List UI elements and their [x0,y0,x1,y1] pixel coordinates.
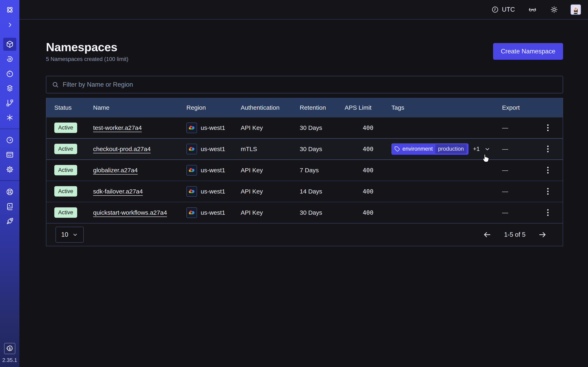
gcp-cloud-icon [186,186,197,197]
page-size-select[interactable]: 10 [56,227,84,243]
accessibility-button[interactable] [528,6,536,14]
status-badge: Active [54,123,77,133]
pagination-range: 1-5 of 5 [504,231,526,238]
sidebar-item-asterisk[interactable] [3,111,16,124]
row-menu-button[interactable] [544,165,552,175]
git-branch-icon [6,99,14,107]
table-row: Active sdk-failover.a27a4 us-west1 API K… [46,181,563,202]
namespace-link[interactable]: test-worker.a27a4 [93,124,142,131]
topbar: UTC [19,0,588,20]
sidebar-item-settings[interactable] [3,163,16,176]
tag-more-count: +1 [473,146,480,152]
col-tags: Tags [383,104,494,111]
page-title: Namespaces [46,40,129,54]
namespace-link[interactable]: checkout-prod.a27a4 [93,146,151,152]
namespace-link[interactable]: globalizer.a27a4 [93,167,138,174]
sidebar-item-namespaces[interactable] [3,38,16,51]
region-label: us-west1 [201,188,225,195]
col-export: Export [494,104,533,111]
tag-icon [394,146,400,152]
namespace-link[interactable]: quickstart-workflows.a27a4 [93,209,167,216]
filter-input[interactable] [63,81,563,88]
badge-dollar-icon: $ [6,345,14,352]
clock-icon [491,6,499,13]
tag-pill[interactable]: environment production [391,143,468,155]
sidebar-item-get-started[interactable] [3,215,16,228]
col-name: Name [85,104,178,111]
namespace-count: 5 Namespaces created (100 limit) [46,56,129,62]
aps-limit-value: 400 [337,124,383,131]
svg-text:$: $ [9,347,11,350]
namespaces-table: Status Name Region Authentication Retent… [46,98,563,246]
row-menu-button[interactable] [544,122,552,133]
tags-expand-button[interactable] [484,146,490,152]
billing-card-icon [6,151,14,159]
auth-value: API Key [233,188,292,195]
retention-value: 7 Days [292,167,337,174]
sidebar-expand-button[interactable] [3,18,16,31]
aps-limit-value: 400 [337,188,383,195]
next-page-button[interactable] [538,230,547,239]
auth-value: API Key [233,167,292,174]
chevron-down-icon [484,146,490,152]
tag-key: environment [402,146,433,152]
sidebar: $ 2.35.1 [0,0,19,367]
status-badge: Active [54,144,77,154]
layers-icon [6,84,14,92]
retention-value: 30 Days [292,124,337,131]
row-menu-button[interactable] [544,143,552,154]
filter-bar [46,76,563,93]
sidebar-item-support[interactable] [3,185,16,198]
aps-limit-value: 400 [337,167,383,174]
billing-badge-button[interactable]: $ [4,343,15,354]
user-avatar[interactable] [571,4,581,15]
temporal-logo [3,3,16,16]
create-namespace-button[interactable]: Create Namespace [493,43,563,60]
status-badge: Active [54,165,77,175]
gcp-cloud-icon [186,144,197,154]
table-row: Active quickstart-workflows.a27a4 us-wes… [46,202,563,223]
retention-value: 30 Days [292,146,337,152]
rocket-icon [6,217,14,225]
sidebar-item-timer[interactable] [3,67,16,80]
arrow-right-icon [538,230,547,239]
main-content: Namespaces 5 Namespaces created (100 lim… [19,20,588,367]
namespace-link[interactable]: sdk-failover.a27a4 [93,188,143,195]
region-label: us-west1 [201,209,225,216]
timezone-button[interactable]: UTC [491,6,515,13]
export-value: — [494,167,533,174]
theme-toggle-button[interactable] [550,6,558,14]
chevron-down-icon [72,232,78,238]
lifebuoy-icon [6,188,14,196]
timer-icon [6,69,14,78]
sidebar-item-branch[interactable] [3,96,16,109]
sidebar-item-layers[interactable] [3,82,16,95]
table-row: Active test-worker.a27a4 us-west1 API Ke… [46,117,563,138]
row-menu-button[interactable] [544,186,552,197]
row-menu-button[interactable] [544,207,552,218]
table-footer: 10 1-5 of 5 [46,223,563,246]
sun-icon [550,6,558,14]
auth-value: API Key [233,209,292,216]
sidebar-item-docs[interactable] [3,200,16,213]
sidebar-item-billing[interactable] [3,148,16,161]
gauge-icon [6,136,14,144]
status-badge: Active [54,207,77,218]
aps-limit-value: 400 [337,209,383,216]
rings-icon [6,55,14,63]
col-aps-limit: APS Limit [337,104,383,111]
region-label: us-west1 [201,124,225,131]
retention-value: 30 Days [292,209,337,216]
prev-page-button[interactable] [483,230,492,239]
sidebar-item-usage[interactable] [3,133,16,147]
sidebar-item-rings[interactable] [3,52,16,66]
gear-icon [6,165,14,174]
timezone-label: UTC [502,6,515,13]
region-label: us-west1 [201,146,225,152]
glasses-icon [528,6,536,14]
retention-value: 14 Days [292,188,337,195]
gcp-cloud-icon [186,165,197,175]
col-region: Region [178,104,233,111]
cube-icon [6,40,14,48]
gcp-cloud-icon [186,123,197,133]
